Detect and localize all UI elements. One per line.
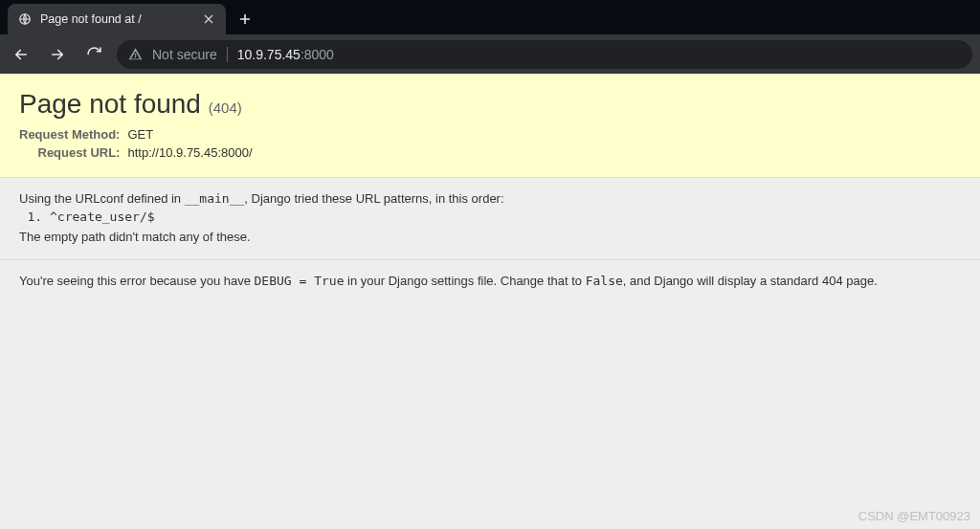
- conf-module: __main__: [185, 191, 245, 206]
- tab-title: Page not found at /: [40, 12, 193, 26]
- browser-chrome: Page not found at / Not secu: [0, 0, 980, 74]
- address-bar[interactable]: Not secure 10.9.75.45:8000: [117, 40, 972, 69]
- close-icon[interactable]: [201, 11, 216, 27]
- warning-icon: [128, 47, 143, 61]
- tab-bar: Page not found at /: [0, 0, 980, 34]
- forward-button[interactable]: [44, 41, 71, 68]
- new-tab-button[interactable]: [232, 6, 258, 33]
- explain-mid: in your Django settings file. Change tha…: [344, 274, 585, 288]
- globe-icon: [17, 11, 33, 27]
- toolbar: Not secure 10.9.75.45:8000: [0, 34, 980, 74]
- error-summary: Page not found (404) Request Method: GET…: [0, 74, 980, 178]
- request-method-value: GET: [127, 127, 252, 145]
- browser-tab[interactable]: Page not found at /: [8, 4, 226, 34]
- back-button[interactable]: [8, 41, 34, 68]
- explanation-text: You're seeing this error because you hav…: [19, 274, 961, 288]
- request-method-label: Request Method:: [19, 127, 127, 145]
- separator: [227, 47, 228, 62]
- request-meta: Request Method: GET Request URL: http://…: [19, 127, 253, 164]
- not-secure-label: Not secure: [152, 47, 217, 62]
- intro-suffix: , Django tried these URL patterns, in th…: [244, 191, 503, 206]
- watermark: CSDN @EMT00923: [858, 509, 970, 523]
- reload-button[interactable]: [80, 41, 107, 68]
- explain-prefix: You're seeing this error because you hav…: [19, 274, 255, 288]
- url-host: 10.9.75.45: [237, 47, 301, 62]
- explain-suffix: , and Django will display a standard 404…: [623, 274, 878, 288]
- debug-true-code: DEBUG = True: [255, 274, 345, 288]
- false-code: False: [586, 274, 623, 288]
- page-title: Page not found (404): [19, 89, 961, 120]
- pattern-item: ^create_user/$: [50, 209, 961, 224]
- url-port: :8000: [301, 47, 334, 62]
- intro-line: Using the URLconf defined in __main__, D…: [19, 191, 961, 206]
- no-match-line: The empty path didn't match any of these…: [19, 230, 961, 244]
- title-text: Page not found: [19, 89, 201, 119]
- url-text: 10.9.75.45:8000: [237, 47, 334, 62]
- url-patterns-info: Using the URLconf defined in __main__, D…: [0, 178, 980, 260]
- pattern-list: ^create_user/$: [50, 209, 961, 224]
- debug-explanation: You're seeing this error because you hav…: [0, 260, 980, 301]
- status-code: (404): [209, 99, 242, 116]
- request-url-label: Request URL:: [19, 145, 127, 164]
- request-url-value: http://10.9.75.45:8000/: [127, 145, 252, 164]
- intro-prefix: Using the URLconf defined in: [19, 191, 185, 206]
